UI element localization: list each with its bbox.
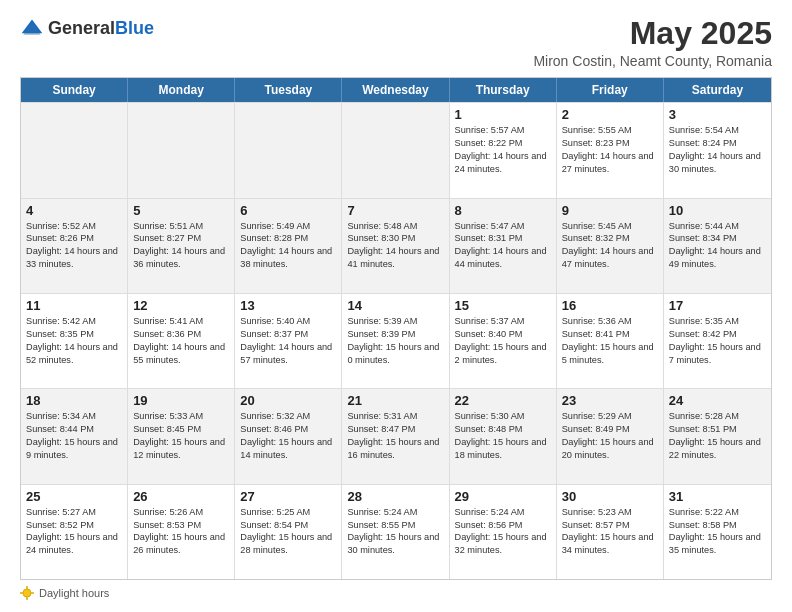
header: GeneralBlue May 2025 Miron Costin, Neamt…: [20, 16, 772, 69]
cell-info: Sunrise: 5:31 AM Sunset: 8:47 PM Dayligh…: [347, 410, 443, 462]
cell-info: Sunrise: 5:32 AM Sunset: 8:46 PM Dayligh…: [240, 410, 336, 462]
calendar-cell: 25Sunrise: 5:27 AM Sunset: 8:52 PM Dayli…: [21, 485, 128, 579]
calendar-cell: 5Sunrise: 5:51 AM Sunset: 8:27 PM Daylig…: [128, 199, 235, 293]
calendar-cell: 26Sunrise: 5:26 AM Sunset: 8:53 PM Dayli…: [128, 485, 235, 579]
header-sunday: Sunday: [21, 78, 128, 102]
cell-info: Sunrise: 5:34 AM Sunset: 8:44 PM Dayligh…: [26, 410, 122, 462]
title-block: May 2025 Miron Costin, Neamt County, Rom…: [533, 16, 772, 69]
cell-info: Sunrise: 5:22 AM Sunset: 8:58 PM Dayligh…: [669, 506, 766, 558]
day-number: 9: [562, 203, 658, 218]
calendar-cell: 9Sunrise: 5:45 AM Sunset: 8:32 PM Daylig…: [557, 199, 664, 293]
header-thursday: Thursday: [450, 78, 557, 102]
cell-info: Sunrise: 5:55 AM Sunset: 8:23 PM Dayligh…: [562, 124, 658, 176]
week-1: 1Sunrise: 5:57 AM Sunset: 8:22 PM Daylig…: [21, 102, 771, 197]
day-number: 23: [562, 393, 658, 408]
calendar-cell: 20Sunrise: 5:32 AM Sunset: 8:46 PM Dayli…: [235, 389, 342, 483]
cell-info: Sunrise: 5:45 AM Sunset: 8:32 PM Dayligh…: [562, 220, 658, 272]
week-4: 18Sunrise: 5:34 AM Sunset: 8:44 PM Dayli…: [21, 388, 771, 483]
cell-info: Sunrise: 5:57 AM Sunset: 8:22 PM Dayligh…: [455, 124, 551, 176]
cell-info: Sunrise: 5:35 AM Sunset: 8:42 PM Dayligh…: [669, 315, 766, 367]
day-number: 19: [133, 393, 229, 408]
cell-info: Sunrise: 5:39 AM Sunset: 8:39 PM Dayligh…: [347, 315, 443, 367]
cell-info: Sunrise: 5:47 AM Sunset: 8:31 PM Dayligh…: [455, 220, 551, 272]
day-number: 29: [455, 489, 551, 504]
cell-info: Sunrise: 5:41 AM Sunset: 8:36 PM Dayligh…: [133, 315, 229, 367]
daylight-label: Daylight hours: [39, 587, 109, 599]
cell-info: Sunrise: 5:23 AM Sunset: 8:57 PM Dayligh…: [562, 506, 658, 558]
day-number: 27: [240, 489, 336, 504]
footer: Daylight hours: [20, 586, 772, 600]
header-saturday: Saturday: [664, 78, 771, 102]
calendar-cell: 24Sunrise: 5:28 AM Sunset: 8:51 PM Dayli…: [664, 389, 771, 483]
day-number: 15: [455, 298, 551, 313]
header-tuesday: Tuesday: [235, 78, 342, 102]
day-number: 8: [455, 203, 551, 218]
cell-info: Sunrise: 5:28 AM Sunset: 8:51 PM Dayligh…: [669, 410, 766, 462]
calendar-cell: [21, 103, 128, 197]
week-3: 11Sunrise: 5:42 AM Sunset: 8:35 PM Dayli…: [21, 293, 771, 388]
main-title: May 2025: [533, 16, 772, 51]
calendar-cell: 27Sunrise: 5:25 AM Sunset: 8:54 PM Dayli…: [235, 485, 342, 579]
day-number: 18: [26, 393, 122, 408]
cell-info: Sunrise: 5:37 AM Sunset: 8:40 PM Dayligh…: [455, 315, 551, 367]
calendar-cell: 22Sunrise: 5:30 AM Sunset: 8:48 PM Dayli…: [450, 389, 557, 483]
day-number: 25: [26, 489, 122, 504]
cell-info: Sunrise: 5:27 AM Sunset: 8:52 PM Dayligh…: [26, 506, 122, 558]
calendar-cell: 18Sunrise: 5:34 AM Sunset: 8:44 PM Dayli…: [21, 389, 128, 483]
day-number: 12: [133, 298, 229, 313]
calendar-cell: 17Sunrise: 5:35 AM Sunset: 8:42 PM Dayli…: [664, 294, 771, 388]
calendar-cell: [342, 103, 449, 197]
cell-info: Sunrise: 5:52 AM Sunset: 8:26 PM Dayligh…: [26, 220, 122, 272]
calendar-cell: 10Sunrise: 5:44 AM Sunset: 8:34 PM Dayli…: [664, 199, 771, 293]
calendar-cell: 30Sunrise: 5:23 AM Sunset: 8:57 PM Dayli…: [557, 485, 664, 579]
day-number: 31: [669, 489, 766, 504]
cell-info: Sunrise: 5:33 AM Sunset: 8:45 PM Dayligh…: [133, 410, 229, 462]
day-number: 26: [133, 489, 229, 504]
cell-info: Sunrise: 5:29 AM Sunset: 8:49 PM Dayligh…: [562, 410, 658, 462]
week-2: 4Sunrise: 5:52 AM Sunset: 8:26 PM Daylig…: [21, 198, 771, 293]
day-number: 30: [562, 489, 658, 504]
calendar: Sunday Monday Tuesday Wednesday Thursday…: [20, 77, 772, 580]
calendar-cell: [128, 103, 235, 197]
day-number: 6: [240, 203, 336, 218]
logo-icon: [20, 16, 44, 40]
svg-point-2: [23, 589, 31, 597]
day-number: 11: [26, 298, 122, 313]
cell-info: Sunrise: 5:26 AM Sunset: 8:53 PM Dayligh…: [133, 506, 229, 558]
day-number: 28: [347, 489, 443, 504]
daylight-legend: Daylight hours: [20, 586, 109, 600]
cell-info: Sunrise: 5:49 AM Sunset: 8:28 PM Dayligh…: [240, 220, 336, 272]
header-monday: Monday: [128, 78, 235, 102]
cell-info: Sunrise: 5:24 AM Sunset: 8:55 PM Dayligh…: [347, 506, 443, 558]
sun-icon: [20, 586, 34, 600]
cell-info: Sunrise: 5:42 AM Sunset: 8:35 PM Dayligh…: [26, 315, 122, 367]
day-number: 10: [669, 203, 766, 218]
calendar-cell: 1Sunrise: 5:57 AM Sunset: 8:22 PM Daylig…: [450, 103, 557, 197]
calendar-cell: [235, 103, 342, 197]
week-5: 25Sunrise: 5:27 AM Sunset: 8:52 PM Dayli…: [21, 484, 771, 579]
calendar-cell: 14Sunrise: 5:39 AM Sunset: 8:39 PM Dayli…: [342, 294, 449, 388]
cell-info: Sunrise: 5:30 AM Sunset: 8:48 PM Dayligh…: [455, 410, 551, 462]
cell-info: Sunrise: 5:36 AM Sunset: 8:41 PM Dayligh…: [562, 315, 658, 367]
logo-blue: Blue: [115, 18, 154, 38]
header-friday: Friday: [557, 78, 664, 102]
day-number: 4: [26, 203, 122, 218]
day-number: 7: [347, 203, 443, 218]
cell-info: Sunrise: 5:25 AM Sunset: 8:54 PM Dayligh…: [240, 506, 336, 558]
calendar-cell: 28Sunrise: 5:24 AM Sunset: 8:55 PM Dayli…: [342, 485, 449, 579]
calendar-cell: 6Sunrise: 5:49 AM Sunset: 8:28 PM Daylig…: [235, 199, 342, 293]
logo-general: General: [48, 18, 115, 38]
day-number: 16: [562, 298, 658, 313]
calendar-cell: 13Sunrise: 5:40 AM Sunset: 8:37 PM Dayli…: [235, 294, 342, 388]
day-number: 22: [455, 393, 551, 408]
day-number: 13: [240, 298, 336, 313]
calendar-cell: 23Sunrise: 5:29 AM Sunset: 8:49 PM Dayli…: [557, 389, 664, 483]
calendar-header: Sunday Monday Tuesday Wednesday Thursday…: [21, 78, 771, 102]
day-number: 2: [562, 107, 658, 122]
calendar-cell: 29Sunrise: 5:24 AM Sunset: 8:56 PM Dayli…: [450, 485, 557, 579]
cell-info: Sunrise: 5:40 AM Sunset: 8:37 PM Dayligh…: [240, 315, 336, 367]
day-number: 17: [669, 298, 766, 313]
calendar-cell: 8Sunrise: 5:47 AM Sunset: 8:31 PM Daylig…: [450, 199, 557, 293]
day-number: 21: [347, 393, 443, 408]
day-number: 5: [133, 203, 229, 218]
